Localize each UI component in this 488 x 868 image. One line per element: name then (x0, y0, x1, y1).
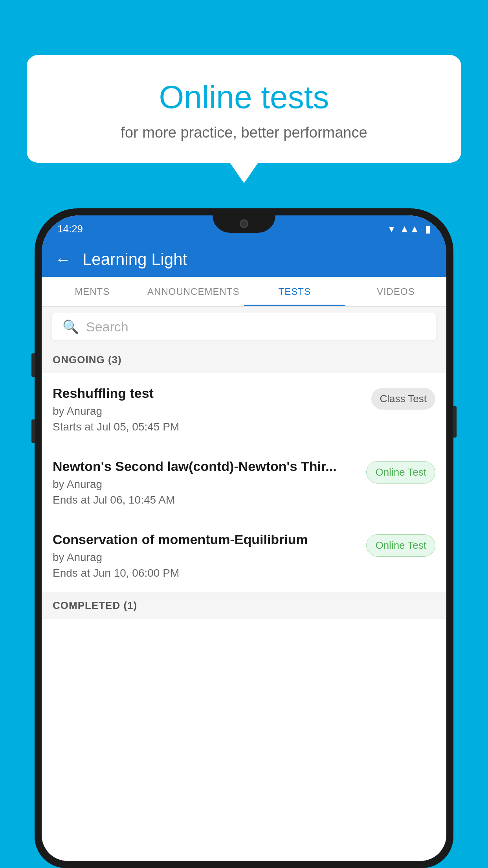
tab-tests[interactable]: TESTS (244, 277, 345, 306)
front-camera (240, 219, 248, 228)
bubble-title: Online tests (46, 79, 442, 116)
search-box[interactable]: 🔍 Search (51, 313, 437, 340)
speech-bubble: Online tests for more practice, better p… (27, 55, 461, 163)
section-completed-header: COMPLETED (1) (42, 592, 446, 619)
test-badge-2: Online Test (366, 461, 435, 484)
test-list: Reshuffling test by Anurag Starts at Jul… (42, 373, 446, 592)
test-item-1[interactable]: Reshuffling test by Anurag Starts at Jul… (42, 373, 446, 446)
test-badge-1: Class Test (371, 388, 435, 410)
volume-up-button (31, 353, 35, 377)
tab-ments[interactable]: MENTS (42, 277, 143, 306)
battery-icon: ▮ (425, 223, 431, 235)
status-icons: ▾ ▲▲ ▮ (389, 223, 431, 235)
test-name-2: Newton's Second law(contd)-Newton's Thir… (53, 459, 360, 474)
test-author-2: by Anurag (53, 478, 360, 491)
test-time-3: Ends at Jun 10, 06:00 PM (53, 567, 360, 579)
search-placeholder: Search (86, 319, 128, 335)
phone-mockup: 14:29 ▾ ▲▲ ▮ ← Learning Light MENTS ANNO… (35, 208, 453, 868)
back-arrow-icon[interactable]: ← (55, 251, 71, 268)
power-button (453, 406, 457, 438)
tab-videos[interactable]: VIDEOS (345, 277, 447, 306)
phone-outer-shell: 14:29 ▾ ▲▲ ▮ ← Learning Light MENTS ANNO… (35, 208, 453, 868)
test-author-3: by Anurag (53, 551, 360, 564)
phone-screen: 14:29 ▾ ▲▲ ▮ ← Learning Light MENTS ANNO… (42, 215, 446, 861)
app-header: ← Learning Light (42, 242, 446, 277)
test-badge-3: Online Test (366, 534, 435, 557)
status-time: 14:29 (57, 223, 83, 235)
test-time-1: Starts at Jul 05, 05:45 PM (53, 421, 365, 433)
volume-down-button (31, 419, 35, 443)
test-info-2: Newton's Second law(contd)-Newton's Thir… (53, 459, 360, 506)
test-name-1: Reshuffling test (53, 386, 365, 401)
phone-notch (213, 215, 275, 233)
test-item-3[interactable]: Conservation of momentum-Equilibrium by … (42, 519, 446, 592)
test-info-3: Conservation of momentum-Equilibrium by … (53, 532, 360, 579)
test-item-2[interactable]: Newton's Second law(contd)-Newton's Thir… (42, 446, 446, 519)
test-time-2: Ends at Jul 06, 10:45 AM (53, 494, 360, 506)
wifi-icon: ▾ (389, 223, 394, 235)
search-icon: 🔍 (62, 319, 79, 335)
test-author-1: by Anurag (53, 405, 365, 417)
tab-announcements[interactable]: ANNOUNCEMENTS (143, 277, 244, 306)
tabs-container: MENTS ANNOUNCEMENTS TESTS VIDEOS (42, 277, 446, 307)
signal-icon: ▲▲ (400, 223, 420, 235)
app-title: Learning Light (83, 250, 187, 269)
test-name-3: Conservation of momentum-Equilibrium (53, 532, 360, 547)
test-info-1: Reshuffling test by Anurag Starts at Jul… (53, 386, 365, 433)
section-ongoing-header: ONGOING (3) (42, 347, 446, 373)
bubble-subtitle: for more practice, better performance (46, 124, 442, 141)
search-container: 🔍 Search (42, 307, 446, 347)
